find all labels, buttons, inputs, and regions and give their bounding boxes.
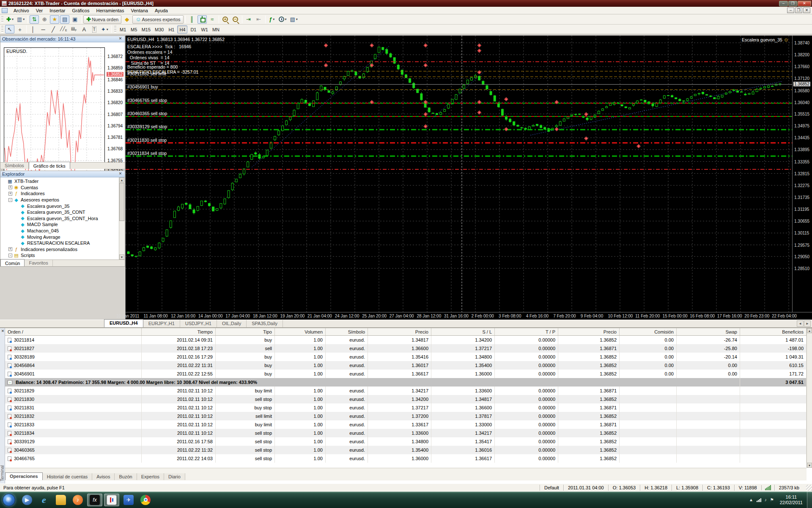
menu-ver[interactable]: Ver: [33, 7, 47, 14]
taskbar-metaeditor-fx-icon[interactable]: fx: [87, 494, 102, 506]
menu-herramientas[interactable]: Herramientas: [93, 7, 127, 14]
table-row-order-30211832[interactable]: 302118322011.02.11 10:12sell limit1.00eu…: [5, 412, 807, 420]
mdi-close-button[interactable]: ✕: [803, 8, 810, 13]
tree-expand-icon[interactable]: -: [8, 254, 12, 257]
navigator-tab-com-n[interactable]: Común: [0, 259, 25, 266]
terminal-tab-diario[interactable]: Diario: [164, 473, 185, 480]
navigator-header[interactable]: Explorador ✕: [0, 171, 125, 177]
ea-smiley-icon[interactable]: ☺: [784, 37, 789, 43]
scroll-up-icon[interactable]: ▲: [807, 328, 812, 333]
timeframe-mn-button[interactable]: MN: [211, 25, 221, 33]
market-watch-toggle-button[interactable]: ▤: [60, 15, 69, 24]
tree-item-xtb-trader[interactable]: ▦XTB-Trader: [0, 178, 119, 185]
navigator-tab-favoritos[interactable]: Favoritos: [25, 260, 52, 266]
tick-chart-area[interactable]: EURUSD. 1.368721.368591.368521.368461.36…: [0, 42, 125, 162]
tree-item-asesores-expertos[interactable]: -◆Asesores expertos: [0, 197, 119, 203]
restore-button[interactable]: ❐: [788, 1, 797, 6]
menu-ventana[interactable]: Ventana: [128, 7, 151, 14]
table-row-order-30211834[interactable]: 302118342011.02.11 10:12sell stop1.00eur…: [5, 429, 807, 437]
trendline-tool-button[interactable]: ╱: [49, 25, 58, 33]
table-row-order-30339129[interactable]: 303391292011.02.16 17:58sell stop1.00eur…: [5, 437, 807, 446]
mdi-minimize-button[interactable]: –: [787, 8, 794, 13]
fibonacci-tool-button[interactable]: ▤F: [69, 25, 79, 33]
market-watch-tab-s-mbolos[interactable]: Símbolos: [0, 163, 29, 169]
table-row-order-30328189[interactable]: 303281892011.02.16 17:29buy1.00eurusd.1.…: [5, 353, 807, 361]
tree-expand-icon[interactable]: +: [8, 185, 12, 189]
column-header-s-l[interactable]: S / L: [431, 328, 495, 335]
mdi-restore-button[interactable]: ❐: [795, 8, 802, 13]
timeframe-m30-button[interactable]: M30: [153, 25, 165, 33]
tree-item-restauracion-escalera[interactable]: ◆RESTAURACION ESCALERA: [0, 240, 119, 246]
warning-icon[interactable]: ◆: [122, 15, 132, 24]
tree-expand-icon[interactable]: +: [8, 192, 12, 196]
zoom-out-button[interactable]: −: [231, 15, 240, 24]
table-row-order-30211829[interactable]: 302118292011.02.11 10:12buy limit1.00eur…: [5, 387, 807, 395]
tab-scroll-right-icon[interactable]: ►: [804, 320, 811, 327]
text-label-tool-button[interactable]: T: [90, 25, 99, 33]
taskbar-media-player-icon[interactable]: ▶: [19, 494, 35, 506]
title-bar[interactable]: 281621224: XTB-Trader - Cuenta de demost…: [0, 0, 812, 7]
timeframe-m15-button[interactable]: M15: [140, 25, 152, 33]
new-order-button[interactable]: ✚ Nueva orden: [83, 15, 121, 24]
scroll-down-icon[interactable]: ▼: [119, 254, 124, 260]
scroll-down-icon[interactable]: ▼: [807, 463, 812, 468]
v-line-tool-button[interactable]: │: [28, 25, 38, 33]
chart-price-scale[interactable]: 1.387401.382001.376601.371201.365801.360…: [792, 36, 812, 312]
tree-item-escalera-guevon-35[interactable]: ◆Escalera guevon_35: [0, 203, 119, 209]
column-header-orden-[interactable]: Orden /: [5, 328, 142, 335]
chart-tab-oil-daily[interactable]: OIL,Daily: [217, 320, 247, 327]
resize-grip[interactable]: [806, 485, 812, 491]
taskbar-clock[interactable]: 16:11 22/02/2011: [776, 494, 807, 505]
taskbar-mql-icon[interactable]: ✈: [121, 494, 136, 506]
chart-time-scale[interactable]: 10 Jan 201111 Jan 08:0012 Jan 16:0014 Ja…: [126, 312, 812, 320]
column-header-comisi-n[interactable]: Comisión: [620, 328, 677, 335]
close-button[interactable]: ✕: [798, 1, 811, 6]
tree-item-indicadores[interactable]: +ƒIndicadores: [0, 190, 119, 197]
column-header-t-p[interactable]: T / P: [495, 328, 558, 335]
taskbar-media-orange-icon[interactable]: ♪: [70, 494, 85, 506]
chart-tab-eurjpy-h1[interactable]: EURJPY.,H1: [143, 320, 180, 327]
start-button[interactable]: [3, 494, 15, 506]
scrollbar-thumb[interactable]: [119, 183, 124, 221]
timeframe-m5-button[interactable]: M5: [129, 25, 139, 33]
timeframe-d1-button[interactable]: D1: [188, 25, 198, 33]
bar-chart-type-button[interactable]: ║: [187, 15, 197, 24]
tray-network-icon[interactable]: [757, 498, 761, 502]
table-row-order-30460365[interactable]: 304603652011.02.22 11:32sell stop1.00eur…: [5, 446, 807, 454]
column-header-precio[interactable]: Precio: [558, 328, 620, 335]
zoom-in-button[interactable]: +: [221, 15, 230, 24]
menu-insertar[interactable]: Insertar: [46, 7, 69, 14]
tree-expand-icon[interactable]: +: [8, 247, 12, 251]
timeframe-m1-button[interactable]: M1: [118, 25, 128, 33]
crosshair-tool-button[interactable]: ＋: [15, 25, 25, 33]
tree-item-macd-sample[interactable]: ◆MACD Sample: [0, 221, 119, 228]
toolbar-grip[interactable]: [1, 26, 3, 33]
table-row-order-30211830[interactable]: 302118302011.02.11 10:12sell stop1.00eur…: [5, 395, 807, 403]
tree-expand-icon[interactable]: -: [8, 198, 12, 202]
column-header-tiempo[interactable]: Tiempo: [142, 328, 216, 335]
table-row-order-30466765[interactable]: 304667652011.02.22 14:03sell stop1.00eur…: [5, 454, 807, 463]
cursor-tool-button[interactable]: ↖: [5, 25, 14, 33]
text-tool-button[interactable]: A: [80, 25, 89, 33]
timeframe-w1-button[interactable]: W1: [199, 25, 210, 33]
terminal-tab-operaciones[interactable]: Operaciones: [5, 472, 43, 480]
minimize-button[interactable]: –: [779, 1, 788, 6]
candlestick-type-button[interactable]: [198, 15, 207, 24]
taskbar-metatrader-icon[interactable]: [104, 494, 119, 506]
taskbar-explorer-folder-icon[interactable]: [53, 494, 69, 506]
terminal-tab-historial-de-cuentas[interactable]: Historial de cuentas: [43, 473, 93, 480]
tick-chart-plot[interactable]: EURUSD.: [4, 47, 105, 173]
chart-shift-button[interactable]: ⇤: [254, 15, 263, 24]
timeframe-h1-button[interactable]: H1: [166, 25, 176, 33]
column-header-volumen[interactable]: Volumen: [275, 328, 326, 335]
menu-ayuda[interactable]: Ayuda: [151, 7, 171, 14]
column-header-precio[interactable]: Precio: [368, 328, 431, 335]
crosshair-window-button[interactable]: ⊕: [40, 15, 49, 24]
terminal-tab-expertos[interactable]: Expertos: [137, 473, 164, 480]
navigator-close-icon[interactable]: ✕: [118, 171, 123, 177]
expert-advisors-button[interactable]: ☺ Asesores expertos: [132, 15, 183, 24]
taskbar-internet-explorer-icon[interactable]: e: [36, 494, 52, 506]
new-chart-button[interactable]: ✚▾: [5, 15, 15, 24]
market-watch-close-icon[interactable]: ✕: [118, 36, 123, 41]
table-row-order-30456901[interactable]: 304569012011.02.22 12:55buy1.00eurusd.1.…: [5, 370, 807, 378]
